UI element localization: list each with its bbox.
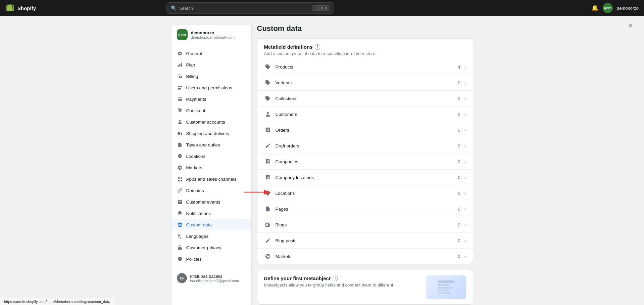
notifications-icon [177,210,183,216]
metafield-count-orders: 0 [458,128,460,133]
metaobject-preview [426,275,466,299]
svg-rect-6 [438,290,448,291]
metaobject-card: Define your first metaobject i Metaobjec… [257,270,473,305]
payments-icon [177,96,183,102]
shipping-icon [177,130,183,136]
metafield-row-blog-posts[interactable]: Blog posts 0 › [257,232,473,248]
sidebar-item-shipping[interactable]: Shipping and delivery [171,128,251,139]
sidebar-store-name: demohorzo [191,30,235,35]
metafield-row-companies[interactable]: Companies 0 › [257,154,473,169]
metafield-count-customers: 0 [458,112,460,117]
metafield-count-variants: 0 [458,80,460,85]
sidebar-profile[interactable]: dem demohorzo demohorzo.myshopify.com [171,25,251,45]
sidebar-item-customer-accounts[interactable]: Customer accounts [171,116,251,128]
sidebar-label-policies: Policies [186,257,202,262]
arrow-indicator [244,187,275,197]
metafield-row-draft-orders[interactable]: Draft orders 0 › [257,138,473,154]
blogs-icon [264,221,271,228]
sidebar-label-checkout: Checkout [186,108,205,113]
metafield-row-blogs[interactable]: Blogs 0 › [257,217,473,232]
companies-icon [264,158,271,165]
sidebar-item-users[interactable]: Users and permissions [171,82,251,93]
shopify-logo[interactable]: Shopify [5,3,36,13]
svg-rect-3 [438,280,454,283]
sidebar-bottom-profile[interactable]: kb kristupas bacelis baceliskristupas7@g… [171,269,251,287]
metafield-row-customers[interactable]: Customers 0 › [257,106,473,122]
metafield-row-variants[interactable]: Variants 0 › [257,75,473,90]
orders-icon [264,126,271,134]
sidebar-item-taxes[interactable]: Taxes and duties [171,139,251,150]
close-button[interactable]: × [625,20,636,31]
billing-icon [177,73,183,79]
sidebar-item-languages[interactable]: Languages [171,230,251,242]
sidebar-item-general[interactable]: General [171,48,251,59]
page-title: Custom data [257,24,473,33]
sidebar-item-locations[interactable]: Locations [171,150,251,162]
metafield-label-collections: Collections [276,96,458,101]
chevron-right-icon-blogs: › [464,222,466,227]
metafield-row-products[interactable]: Products 4 › [257,59,473,75]
modal-container: dem demohorzo demohorzo.myshopify.com Ge… [171,24,473,305]
sidebar-bottom-email: baceliskristupas7@gmail.com [190,279,239,283]
sidebar-item-markets[interactable]: Markets [171,162,251,173]
metaobject-info-icon[interactable]: i [333,276,338,281]
user-avatar[interactable]: dem [603,3,613,13]
sidebar-label-users: Users and permissions [186,85,232,90]
customers-icon [264,111,271,118]
metafield-row-locations[interactable]: Locations 0 › [257,185,473,201]
chevron-right-icon-company-locations: › [464,175,466,180]
avatar-initials: dem [604,6,612,10]
metafield-count-blogs: 0 [458,222,460,227]
metafield-label-pages: Pages [276,207,458,212]
metafield-row-company-locations[interactable]: Company locations 0 › [257,169,473,185]
metafield-count-products: 4 [458,64,460,70]
blog-posts-icon [264,237,271,244]
sidebar-item-plan[interactable]: Plan [171,59,251,71]
chevron-right-icon: › [464,64,466,70]
metafield-row-pages[interactable]: Pages 0 › [257,201,473,217]
metafield-definitions-card: Metafield definitions i Add a custom pie… [257,38,473,264]
metafield-label-locations: Locations [276,191,458,196]
chevron-right-icon-orders: › [464,127,466,133]
svg-rect-5 [438,287,453,289]
sidebar-label-customer-events: Customer events [186,200,220,205]
sidebar-item-domains[interactable]: Domains [171,185,251,196]
sidebar-item-customer-privacy[interactable]: Customer privacy [171,242,251,253]
company-locations-icon [264,174,271,181]
sidebar-label-taxes: Taxes and duties [186,142,220,147]
pages-icon [264,205,271,213]
sidebar-label-domains: Domains [186,188,204,193]
search-shortcut: CTRL K [312,5,330,11]
sidebar-label-shipping: Shipping and delivery [186,131,230,136]
sidebar-item-checkout[interactable]: Checkout [171,105,251,116]
draft-orders-icon [264,142,271,149]
sidebar-label-languages: Languages [186,234,209,239]
metaobject-subtitle: Metaobjects allow you to group fields an… [264,282,420,288]
metafield-row-collections[interactable]: Collections 0 › [257,90,473,106]
search-bar[interactable]: 🔍 Search CTRL K [166,2,334,14]
sidebar-item-customer-events[interactable]: Customer events [171,196,251,208]
metafield-definitions-subtitle: Add a custom piece of data to a specific… [264,51,466,56]
sidebar-item-apps[interactable]: Apps and sales channels [171,173,251,185]
taxes-icon [177,142,183,148]
sidebar-label-billing: Billing [186,74,198,79]
metafield-info-icon[interactable]: i [315,44,320,50]
metafield-row-orders[interactable]: Orders 0 › [257,122,473,138]
sidebar-item-notifications[interactable]: Notifications [171,208,251,219]
svg-rect-7 [438,292,451,294]
page-wrapper: dem demohorzo demohorzo.myshopify.com Ge… [0,16,644,305]
notifications-bell-icon[interactable]: 🔔 [591,4,599,12]
metafield-row-markets[interactable]: Markets 0 › [257,248,473,264]
metafield-label-draft-orders: Draft orders [276,143,458,148]
sidebar-label-customer-accounts: Customer accounts [186,120,225,125]
metafield-label-company-locations: Company locations [276,175,458,180]
chevron-right-icon-customers: › [464,112,466,117]
sidebar-item-custom-data[interactable]: Custom data [171,219,251,230]
sidebar-label-customer-privacy: Customer privacy [186,245,221,250]
sidebar-item-policies[interactable]: Policies [171,253,251,265]
chevron-right-icon-collections: › [464,96,466,101]
sidebar-item-billing[interactable]: Billing [171,71,251,82]
sidebar-item-payments[interactable]: Payments [171,93,251,105]
username-label[interactable]: demohorzo [617,6,639,11]
chevron-right-icon-pages: › [464,206,466,212]
